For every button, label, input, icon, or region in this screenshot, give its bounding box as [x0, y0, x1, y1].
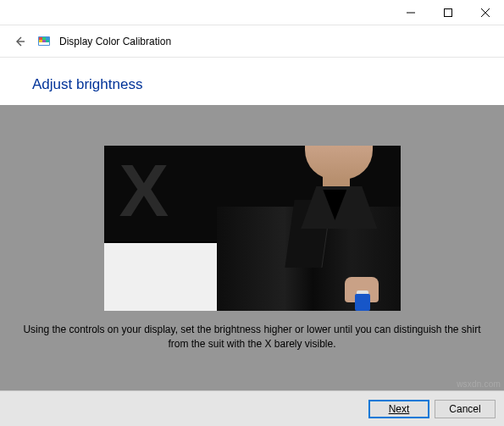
person-figure — [217, 146, 401, 311]
step-title: Adjust brightness — [0, 58, 504, 105]
svg-rect-1 — [445, 8, 452, 16]
titlebar — [0, 0, 504, 25]
calibration-preview-image: X — [104, 146, 401, 311]
instruction-text: Using the controls on your display, set … — [0, 311, 504, 366]
button-row: Next Cancel — [0, 390, 504, 426]
close-button[interactable] — [467, 0, 504, 25]
svg-rect-10 — [39, 40, 42, 42]
back-button[interactable] — [10, 32, 29, 51]
app-icon — [37, 35, 51, 48]
svg-rect-7 — [39, 37, 42, 40]
svg-rect-8 — [42, 37, 46, 40]
minimize-button[interactable] — [392, 0, 429, 25]
maximize-button[interactable] — [429, 0, 467, 25]
app-title: Display Color Calibration — [59, 36, 171, 47]
header: Display Color Calibration — [0, 25, 504, 58]
content: Adjust brightness X Using the controls o… — [0, 58, 504, 426]
svg-rect-9 — [46, 37, 49, 40]
svg-rect-12 — [46, 40, 49, 42]
next-button[interactable]: Next — [368, 400, 429, 418]
background-x-mark: X — [119, 164, 169, 217]
svg-rect-11 — [42, 40, 46, 42]
cancel-button[interactable]: Cancel — [435, 400, 496, 418]
preview-zone: X Using the controls on your display, se… — [0, 105, 504, 390]
watermark: wsxdn.com — [457, 379, 501, 389]
